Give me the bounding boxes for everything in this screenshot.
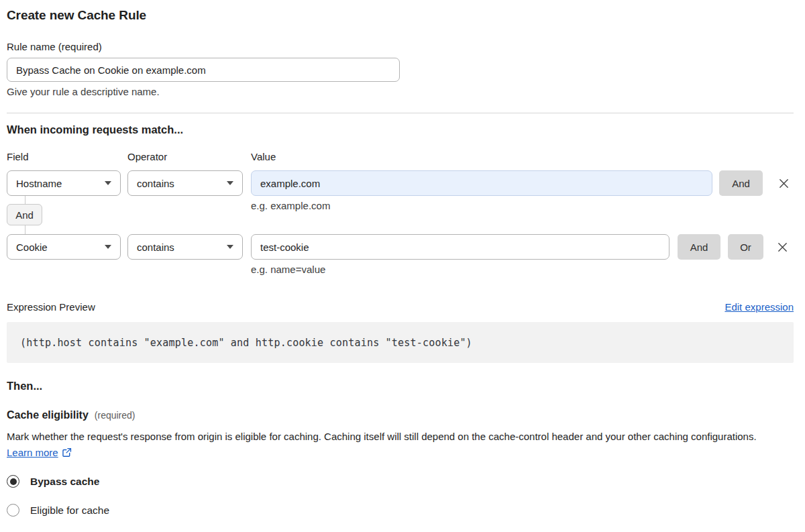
match-section-heading: When incoming requests match...: [7, 123, 794, 136]
operator-select-1[interactable]: contains: [127, 170, 243, 196]
close-icon: [776, 241, 789, 254]
close-icon: [777, 177, 790, 190]
connector-and-chip[interactable]: And: [7, 204, 42, 225]
radio-dot: [10, 478, 17, 485]
radio-selected-icon[interactable]: [7, 475, 19, 488]
operator-select-2-value: contains: [137, 242, 174, 253]
value-input-2[interactable]: [251, 234, 669, 260]
expression-preview-label: Expression Preview: [7, 301, 95, 313]
field-select-1[interactable]: Hostname: [7, 170, 121, 196]
chevron-down-icon: [227, 245, 233, 249]
radio-option-bypass-cache[interactable]: Bypass cache: [7, 475, 794, 488]
cache-eligibility-label: Cache eligibility: [7, 409, 89, 422]
expression-code-block: (http.host contains "example.com" and ht…: [7, 322, 794, 363]
description-text: Mark whether the request's response from…: [7, 431, 757, 442]
operator-select-2[interactable]: contains: [127, 234, 243, 260]
remove-condition-button-1[interactable]: [775, 170, 792, 196]
field-select-1-value: Hostname: [16, 178, 62, 189]
required-badge: (required): [95, 410, 136, 421]
add-and-condition-button-2[interactable]: And: [678, 234, 720, 260]
page-title: Create new Cache Rule: [7, 0, 794, 23]
create-cache-rule-form: Create new Cache Rule Rule name (require…: [7, 0, 794, 517]
rule-name-helper: Give your rule a descriptive name.: [7, 86, 794, 98]
external-link-icon: [62, 446, 72, 462]
radio-option-eligible-for-cache[interactable]: Eligible for cache: [7, 504, 794, 517]
chevron-down-icon: [105, 245, 111, 249]
value-input-1[interactable]: [251, 170, 712, 196]
operator-select-1-value: contains: [137, 178, 174, 189]
add-or-condition-button-2[interactable]: Or: [728, 234, 763, 260]
condition-connector-zone: And e.g. example.com: [7, 196, 794, 234]
rule-name-label: Rule name (required): [7, 41, 794, 52]
chevron-down-icon: [105, 181, 111, 185]
cache-eligibility-header: Cache eligibility (required): [7, 409, 794, 422]
cache-eligibility-description: Mark whether the request's response from…: [7, 429, 778, 462]
radio-unselected-icon[interactable]: [7, 504, 19, 517]
field-select-2[interactable]: Cookie: [7, 234, 121, 260]
operator-column-label: Operator: [127, 151, 251, 162]
then-section-heading: Then...: [7, 379, 794, 392]
expression-code: (http.host contains "example.com" and ht…: [20, 337, 472, 349]
value-hint-1: e.g. example.com: [251, 200, 330, 211]
section-divider: [7, 113, 794, 113]
radio-eligible-for-cache-label: Eligible for cache: [30, 504, 109, 517]
radio-bypass-cache-label: Bypass cache: [30, 476, 99, 488]
rule-name-input[interactable]: [7, 58, 400, 82]
edit-expression-link[interactable]: Edit expression: [724, 301, 794, 313]
condition-row-1: Hostname contains And: [7, 170, 794, 196]
remove-condition-button-2[interactable]: [773, 234, 791, 260]
learn-more-link[interactable]: Learn more: [7, 447, 58, 458]
field-select-2-value: Cookie: [16, 242, 48, 253]
value-column-label: Value: [251, 151, 276, 162]
chevron-down-icon: [227, 181, 233, 185]
field-column-label: Field: [7, 151, 127, 162]
condition-column-headers: Field Operator Value: [7, 151, 794, 162]
add-and-condition-button-1[interactable]: And: [719, 170, 763, 196]
value-hint-2: e.g. name=value: [251, 264, 794, 276]
condition-row-2: Cookie contains And Or: [7, 234, 794, 260]
expression-preview-header: Expression Preview Edit expression: [7, 301, 794, 313]
